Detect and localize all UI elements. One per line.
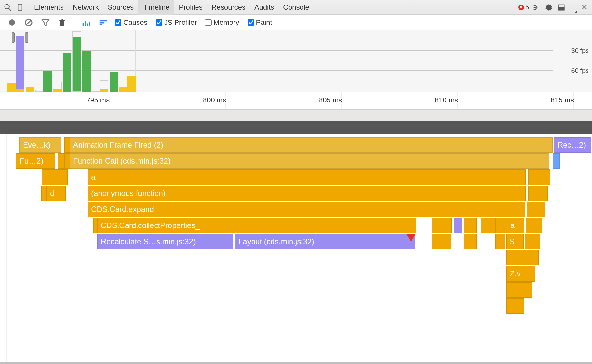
garbage-icon[interactable] xyxy=(57,18,67,27)
fps-30-label: 30 fps xyxy=(571,47,589,54)
flame-entry[interactable]: CDS.Card.expand xyxy=(88,202,525,217)
error-count: 5 xyxy=(525,4,529,11)
flame-gridline xyxy=(580,134,580,362)
record-icon[interactable] xyxy=(7,18,17,27)
flame-chart[interactable]: Eve…k)Animation Frame Fired (2)Rec…2)Fu…… xyxy=(0,134,592,362)
overview-bar xyxy=(7,83,16,92)
flame-entry[interactable] xyxy=(495,234,505,249)
tab-console[interactable]: Console xyxy=(279,0,314,15)
checkbox-js-profiler[interactable] xyxy=(156,19,162,26)
tab-profiles[interactable]: Profiles xyxy=(174,0,207,15)
svg-rect-2 xyxy=(18,4,22,11)
overview-bar xyxy=(72,31,81,92)
overview-bar xyxy=(92,79,100,92)
checkbox-causes[interactable] xyxy=(115,19,121,26)
flame-entry[interactable]: Fu…2) xyxy=(16,153,55,169)
flame-entry[interactable]: a xyxy=(507,218,524,233)
devtools-tabbar: ElementsNetworkSourcesTimelineProfilesRe… xyxy=(0,0,592,15)
flame-entry[interactable] xyxy=(506,250,539,265)
flame-entry[interactable]: a xyxy=(88,169,526,185)
flame-entry[interactable] xyxy=(42,169,68,185)
check-memory[interactable]: Memory xyxy=(205,18,239,27)
flame-entry[interactable] xyxy=(464,234,477,249)
timeline-toolbar: CausesJS ProfilerMemoryPaint xyxy=(0,15,592,30)
svg-rect-13 xyxy=(60,21,64,26)
view-flame-icon[interactable] xyxy=(98,18,108,27)
flame-entry[interactable]: CDS.Card.collectProperties_ xyxy=(97,218,416,233)
tab-sources[interactable]: Sources xyxy=(103,0,138,15)
flame-entry[interactable] xyxy=(526,218,542,233)
overview-bar xyxy=(119,87,128,92)
flame-entry[interactable] xyxy=(58,153,65,169)
overview-bar xyxy=(35,90,44,92)
tab-network[interactable]: Network xyxy=(68,0,103,15)
tab-resources[interactable]: Resources xyxy=(207,0,250,15)
filter-icon[interactable] xyxy=(41,18,50,27)
flame-entry[interactable]: Animation Frame Fired (2) xyxy=(70,137,553,153)
flame-entry[interactable]: d xyxy=(46,186,66,201)
flame-entry[interactable]: Eve…k) xyxy=(19,137,61,153)
flame-entry[interactable] xyxy=(553,153,560,169)
overview-bar xyxy=(110,72,118,92)
flame-entry[interactable] xyxy=(432,234,451,249)
flame-entry[interactable] xyxy=(506,282,532,298)
svg-point-9 xyxy=(9,19,15,26)
error-dot-icon: ✕ xyxy=(518,5,524,10)
overview-bar xyxy=(43,71,52,92)
flame-entry[interactable] xyxy=(527,202,545,217)
time-ruler[interactable]: 795 ms800 ms805 ms810 ms815 ms xyxy=(0,92,592,110)
tab-elements[interactable]: Elements xyxy=(30,0,68,15)
flame-entry[interactable]: Z.v xyxy=(506,266,535,282)
search-icon[interactable] xyxy=(3,3,12,12)
check-causes[interactable]: Causes xyxy=(115,18,148,27)
fps-overview-chart[interactable]: 30 fps 60 fps xyxy=(0,30,592,92)
checkbox-paint[interactable] xyxy=(248,19,254,26)
flame-entry[interactable] xyxy=(525,234,540,249)
dock-icon[interactable] xyxy=(557,3,566,12)
device-icon[interactable] xyxy=(15,3,24,12)
flame-entry[interactable]: Rec…2) xyxy=(554,137,591,153)
flame-gridline xyxy=(6,134,7,362)
svg-rect-16 xyxy=(83,23,84,26)
check-paint[interactable]: Paint xyxy=(248,18,272,27)
flame-entry[interactable]: Layout (cds.min.js:32) xyxy=(235,234,415,249)
flame-entry[interactable] xyxy=(528,186,548,201)
overview-bar xyxy=(127,76,136,92)
flame-entry[interactable] xyxy=(432,218,452,233)
svg-line-1 xyxy=(9,8,11,11)
settings-icon[interactable] xyxy=(544,3,553,12)
clear-icon[interactable] xyxy=(24,18,33,27)
flame-entry[interactable] xyxy=(464,218,477,233)
tab-audits[interactable]: Audits xyxy=(250,0,279,15)
error-count-badge[interactable]: ✕ 5 xyxy=(518,4,529,11)
svg-rect-18 xyxy=(87,23,88,26)
close-icon[interactable]: ✕ xyxy=(580,3,589,12)
flame-entry[interactable]: Function Call (cds.min.js:32) xyxy=(70,153,549,169)
svg-rect-14 xyxy=(59,20,65,21)
flame-entry[interactable] xyxy=(506,298,524,314)
svg-rect-15 xyxy=(62,19,63,20)
flame-entry[interactable] xyxy=(528,169,550,185)
range-handle-right[interactable] xyxy=(25,32,28,43)
view-bars-icon[interactable] xyxy=(81,18,91,27)
ruler-tick: 795 ms xyxy=(86,96,110,104)
flame-entry[interactable]: (anonymous function) xyxy=(88,186,526,201)
fps-axis: 30 fps 60 fps xyxy=(553,30,592,92)
flame-entry[interactable]: Recalculate S…s.min.js:32) xyxy=(97,234,233,249)
flame-entry[interactable]: $ xyxy=(506,234,524,249)
svg-rect-22 xyxy=(100,24,102,25)
track-header-strip xyxy=(0,121,592,134)
checkbox-memory[interactable] xyxy=(205,19,212,26)
bottom-scrollbar[interactable] xyxy=(0,362,592,364)
flame-entry[interactable] xyxy=(454,218,462,233)
check-label: Memory xyxy=(214,18,239,27)
overview-bar xyxy=(16,43,24,92)
overview-bar xyxy=(100,89,108,92)
ruler-tick: 805 ms xyxy=(319,96,342,104)
check-js-profiler[interactable]: JS Profiler xyxy=(156,18,197,27)
tab-timeline[interactable]: Timeline xyxy=(138,0,174,15)
show-drawer-icon[interactable] xyxy=(532,3,541,12)
svg-rect-8 xyxy=(558,8,564,10)
range-handle-left[interactable] xyxy=(12,32,15,43)
dock-menu-icon[interactable] xyxy=(575,10,577,13)
